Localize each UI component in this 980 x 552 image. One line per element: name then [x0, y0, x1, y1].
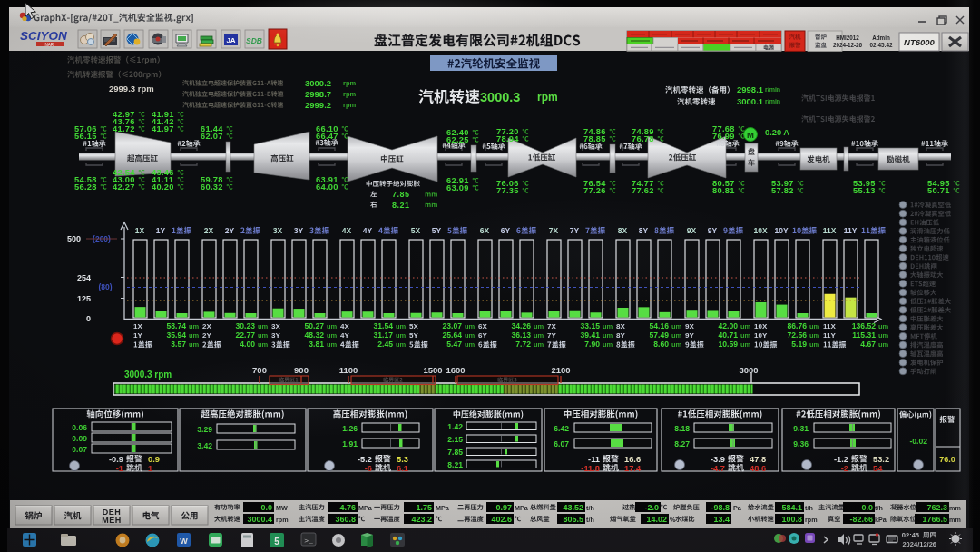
- svg-text:r/min: r/min: [765, 98, 780, 104]
- svg-text:31.54: 31.54: [373, 321, 393, 330]
- svg-text:9X: 9X: [685, 322, 694, 330]
- svg-text:JA: JA: [226, 36, 235, 44]
- svg-text:Pa: Pa: [733, 504, 742, 512]
- svg-text:3000.1: 3000.1: [737, 96, 764, 106]
- svg-text:33.15: 33.15: [580, 321, 600, 330]
- svg-text:MEH: MEH: [102, 516, 122, 525]
- svg-text:8.60: 8.60: [653, 340, 669, 349]
- svg-text:3000.3: 3000.3: [480, 90, 520, 104]
- svg-text:t/h: t/h: [875, 504, 883, 512]
- svg-text:2X: 2X: [204, 226, 214, 235]
- svg-text:7X: 7X: [547, 322, 556, 330]
- svg-text:MW: MW: [276, 504, 288, 512]
- svg-text:um: um: [396, 322, 407, 330]
- svg-text:5.47: 5.47: [446, 340, 462, 349]
- svg-text:0.9: 0.9: [148, 455, 160, 464]
- svg-text:um: um: [258, 322, 269, 330]
- svg-text:47.8: 47.8: [750, 455, 766, 464]
- svg-text:8.21: 8.21: [447, 460, 463, 469]
- svg-text:-2: -2: [841, 464, 848, 473]
- svg-text:76.99: 76.99: [712, 132, 735, 141]
- svg-text:2998.7: 2998.7: [305, 89, 331, 99]
- svg-text:0.06: 0.06: [72, 423, 87, 432]
- svg-text:78.85: 78.85: [583, 134, 606, 143]
- svg-text:1500: 1500: [423, 365, 442, 375]
- svg-text:41.97: 41.97: [152, 124, 174, 133]
- svg-text:136.52: 136.52: [852, 321, 877, 330]
- svg-text:NARI: NARI: [45, 43, 55, 47]
- svg-text:254: 254: [77, 273, 91, 282]
- svg-text:17.4: 17.4: [624, 464, 642, 473]
- svg-text:6.1: 6.1: [397, 464, 408, 473]
- svg-text:10Y: 10Y: [754, 331, 768, 340]
- svg-text:1X: 1X: [133, 322, 142, 330]
- svg-text:8.21: 8.21: [392, 201, 410, 210]
- svg-text:um: um: [740, 322, 751, 330]
- svg-text:2999.3 rpm: 2999.3 rpm: [109, 84, 154, 94]
- svg-text:%: %: [670, 516, 676, 524]
- svg-text:5.19: 5.19: [791, 340, 807, 349]
- svg-text:76.78: 76.78: [632, 134, 654, 143]
- svg-text:02:45: 02:45: [902, 531, 919, 539]
- svg-text:53.2: 53.2: [873, 455, 889, 464]
- svg-text:7.85: 7.85: [392, 190, 410, 199]
- svg-text:56.28: 56.28: [74, 182, 97, 192]
- svg-text:8.18: 8.18: [674, 424, 690, 433]
- svg-text:um: um: [396, 331, 407, 340]
- svg-text:43.52: 43.52: [563, 503, 583, 512]
- svg-text:62.25: 62.25: [446, 135, 469, 144]
- svg-text:0.09: 0.09: [72, 434, 87, 443]
- svg-text:kPa: kPa: [875, 516, 887, 524]
- svg-text:42.27: 42.27: [113, 182, 135, 192]
- svg-text:76.0: 76.0: [939, 455, 956, 464]
- svg-text:7Y: 7Y: [547, 331, 556, 340]
- svg-text:48.32: 48.32: [304, 330, 324, 340]
- svg-text:115.31: 115.31: [852, 330, 876, 340]
- svg-text:1766.5: 1766.5: [922, 515, 947, 524]
- svg-text:8Y: 8Y: [639, 226, 649, 235]
- svg-text:um: um: [189, 322, 200, 330]
- svg-text:7.90: 7.90: [584, 340, 600, 349]
- svg-text:0.97: 0.97: [495, 503, 512, 512]
- svg-text:900: 900: [294, 365, 309, 375]
- svg-text:77.35: 77.35: [496, 186, 519, 195]
- svg-text:40.20: 40.20: [152, 182, 174, 192]
- svg-text:MPa: MPa: [436, 504, 450, 512]
- svg-text:mm: mm: [949, 516, 961, 524]
- svg-text:um: um: [258, 340, 269, 349]
- svg-text:3.29: 3.29: [197, 425, 212, 434]
- svg-text:584.1: 584.1: [781, 503, 802, 512]
- svg-text:-11: -11: [588, 455, 600, 464]
- svg-text:57.49: 57.49: [649, 330, 669, 340]
- svg-text:360.8: 360.8: [335, 515, 356, 524]
- svg-text:700: 700: [252, 365, 267, 375]
- svg-text:423.2: 423.2: [411, 515, 432, 524]
- svg-text:t/h: t/h: [805, 504, 813, 512]
- svg-text:um: um: [809, 331, 820, 340]
- svg-text:2100: 2100: [551, 365, 570, 375]
- svg-text:rpm: rpm: [805, 516, 818, 524]
- svg-text:22.77: 22.77: [235, 330, 255, 340]
- svg-text:3X: 3X: [273, 226, 283, 235]
- svg-text:2024/12/26: 2024/12/26: [902, 540, 936, 548]
- svg-text:500: 500: [67, 234, 81, 243]
- svg-text:10X: 10X: [754, 322, 768, 330]
- svg-text:um: um: [465, 322, 475, 330]
- svg-text:9.31: 9.31: [793, 424, 808, 433]
- svg-text:2024-12-26: 2024-12-26: [833, 42, 863, 48]
- svg-text:um: um: [671, 322, 682, 330]
- svg-text:7.72: 7.72: [515, 340, 531, 349]
- svg-text:1600: 1600: [446, 365, 465, 375]
- svg-text:-1: -1: [116, 464, 123, 473]
- svg-text:M: M: [747, 130, 754, 140]
- svg-text:6X: 6X: [478, 322, 487, 330]
- svg-text:57.82: 57.82: [771, 186, 794, 195]
- svg-text:-0.02: -0.02: [909, 437, 927, 446]
- svg-text:MPa: MPa: [514, 504, 529, 512]
- svg-text:um: um: [878, 340, 889, 349]
- svg-text:um: um: [189, 340, 200, 349]
- svg-text:9Y: 9Y: [708, 226, 718, 235]
- svg-text:40.71: 40.71: [718, 330, 738, 340]
- svg-text:16.6: 16.6: [624, 455, 641, 464]
- svg-text:3Y: 3Y: [271, 331, 280, 340]
